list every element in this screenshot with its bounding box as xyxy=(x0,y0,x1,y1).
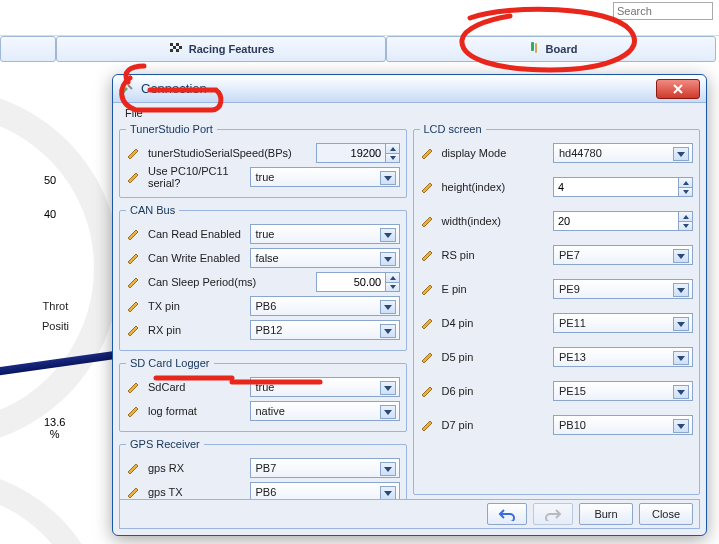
group-lcd-screen: LCD screen display Modehd44780 height(in… xyxy=(413,123,701,495)
button-label: Burn xyxy=(594,508,617,520)
field-label: Use PC10/PC11 serial? xyxy=(146,165,246,189)
svg-rect-6 xyxy=(531,42,534,51)
group-legend: SD Card Logger xyxy=(126,357,214,369)
lcd-d5-combo[interactable]: PE13 xyxy=(553,347,693,367)
spin-up[interactable] xyxy=(386,273,398,283)
close-window-button[interactable] xyxy=(656,79,700,99)
lcd-d6-combo[interactable]: PE15 xyxy=(553,381,693,401)
group-sd-card-logger: SD Card Logger SdCardtrue log formatnati… xyxy=(119,357,407,432)
pencil-icon xyxy=(126,226,142,242)
lcd-rs-combo[interactable]: PE7 xyxy=(553,245,693,265)
spin-up[interactable] xyxy=(679,178,692,188)
pencil-icon xyxy=(126,169,142,185)
lcd-mode-combo[interactable]: hd44780 xyxy=(553,143,693,163)
pencil-icon xyxy=(126,403,142,419)
dialog-menubar: File xyxy=(113,103,706,123)
button-label: Close xyxy=(652,508,680,520)
svg-rect-5 xyxy=(176,49,179,52)
search-box[interactable] xyxy=(613,2,713,20)
spin-down[interactable] xyxy=(679,222,692,231)
lcd-d7-combo[interactable]: PB10 xyxy=(553,415,693,435)
logformat-combo[interactable]: native xyxy=(250,401,400,421)
spin-up[interactable] xyxy=(679,212,692,222)
sdcard-combo[interactable]: true xyxy=(250,377,400,397)
svg-rect-3 xyxy=(179,46,182,49)
dialog-footer: Burn Close xyxy=(119,499,700,529)
search-input[interactable] xyxy=(614,3,712,19)
gauge-background: 50 40 Throt Positi 13.6 % xyxy=(0,68,110,528)
field-label: D7 pin xyxy=(440,419,550,431)
burn-button[interactable]: Burn xyxy=(579,503,633,525)
pencil-icon xyxy=(420,383,436,399)
field-label: Can Read Enabled xyxy=(146,228,246,240)
pencil-icon xyxy=(420,213,436,229)
field-label: tunerStudioSerialSpeed(BPs) xyxy=(146,147,312,159)
can-sleep-input[interactable] xyxy=(316,272,400,292)
group-tunerstudio-port: TunerStudio Port tunerStudioSerialSpeed(… xyxy=(119,123,407,198)
group-legend: TunerStudio Port xyxy=(126,123,217,135)
field-label: SdCard xyxy=(146,381,246,393)
can-read-combo[interactable]: true xyxy=(250,224,400,244)
svg-rect-2 xyxy=(173,46,176,49)
pencil-icon xyxy=(420,349,436,365)
pencil-icon xyxy=(126,274,142,290)
field-label: gps RX xyxy=(146,462,246,474)
lcd-height-input[interactable] xyxy=(553,177,693,197)
lcd-d4-combo[interactable]: PE11 xyxy=(553,313,693,333)
tab-board[interactable]: Board xyxy=(386,36,716,62)
field-label: E pin xyxy=(440,283,550,295)
field-label: D5 pin xyxy=(440,351,550,363)
group-legend: GPS Receiver xyxy=(126,438,204,450)
tab-label: Racing Features xyxy=(189,43,275,55)
gauge-title: Throt xyxy=(42,296,69,316)
flag-icon xyxy=(168,41,184,57)
can-write-combo[interactable]: false xyxy=(250,248,400,268)
close-button[interactable]: Close xyxy=(639,503,693,525)
redo-button[interactable] xyxy=(533,503,573,525)
svg-rect-4 xyxy=(170,49,173,52)
gauge-unit: % xyxy=(44,428,65,440)
field-label: Can Sleep Period(ms) xyxy=(146,276,312,288)
redo-icon xyxy=(544,507,562,521)
field-label: gps TX xyxy=(146,486,246,498)
spin-down[interactable] xyxy=(679,188,692,197)
lcd-e-combo[interactable]: PE9 xyxy=(553,279,693,299)
gps-rx-combo[interactable]: PB7 xyxy=(250,458,400,478)
usepc-combo[interactable]: true xyxy=(250,167,400,187)
pencil-icon xyxy=(126,250,142,266)
field-label: height(index) xyxy=(440,181,550,193)
group-legend: CAN Bus xyxy=(126,204,179,216)
top-toolbar xyxy=(0,0,719,36)
pencil-icon xyxy=(420,315,436,331)
lcd-width-input[interactable] xyxy=(553,211,693,231)
spin-down[interactable] xyxy=(386,283,398,292)
can-rx-combo[interactable]: PB12 xyxy=(250,320,400,340)
svg-rect-7 xyxy=(535,43,537,53)
can-tx-combo[interactable]: PB6 xyxy=(250,296,400,316)
field-label: RX pin xyxy=(146,324,246,336)
undo-icon xyxy=(498,507,516,521)
undo-button[interactable] xyxy=(487,503,527,525)
dialog-titlebar[interactable]: Connection xyxy=(113,75,706,103)
close-icon xyxy=(672,84,684,94)
field-label: log format xyxy=(146,405,246,417)
spin-up[interactable] xyxy=(386,144,398,154)
dialog-title: Connection xyxy=(141,81,207,96)
field-label: RS pin xyxy=(440,249,550,261)
tuner-speed-input[interactable] xyxy=(316,143,400,163)
tab-bar: Racing Features Board xyxy=(0,36,719,62)
tab-racing-features[interactable]: Racing Features xyxy=(56,36,386,62)
field-label: D6 pin xyxy=(440,385,550,397)
tab-unknown-left[interactable] xyxy=(0,36,56,62)
group-can-bus: CAN Bus Can Read Enabledtrue Can Write E… xyxy=(119,204,407,351)
spin-down[interactable] xyxy=(386,154,398,163)
gauge-value: 13.6 xyxy=(44,416,65,428)
group-legend: LCD screen xyxy=(420,123,486,135)
connection-icon xyxy=(119,81,135,97)
pencil-icon xyxy=(420,247,436,263)
tab-label: Board xyxy=(546,43,578,55)
menu-file[interactable]: File xyxy=(119,105,149,121)
svg-rect-1 xyxy=(176,43,179,46)
pencil-icon xyxy=(420,145,436,161)
field-label: display Mode xyxy=(440,147,550,159)
